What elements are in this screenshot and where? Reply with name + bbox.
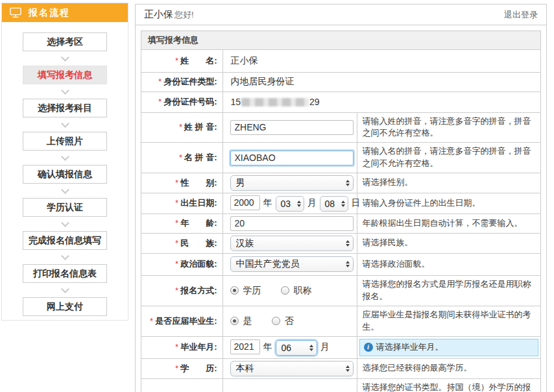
form-table: *姓 名: 正小保 *身份证件类型: 内地居民身份证 *身份证件号码: 1529… [141,50,540,392]
id-number-prefix: 15 [231,97,241,107]
section-title: 填写报考信息 [141,31,540,50]
registration-method-hint: 请选择您的报名方式是用学历报名还是用职称报名。 [357,275,540,306]
surname-pinyin-hint: 请输入姓的拼音，请注意多音字的拼音，拼音之间不允许有空格。 [357,112,540,143]
id-number-masked [241,98,309,106]
year-unit: 年 [263,341,272,352]
required-marker: * [175,259,178,269]
sidebar: 报名流程 选择考区 填写报考信息 选择报考科目 上传照片 确认填报信息 学历认证… [1,3,128,321]
education-level-hint: 选择您已经获得的最高学历。 [357,358,540,378]
given-pinyin-hint: 请输入名的拼音，请注意多音字的拼音，拼音之间不允许有空格。 [357,143,540,173]
row-graduation-date: *毕业年月: 年06月 i 请选择毕业年月。 [141,336,540,358]
step-upload-photo[interactable]: 上传照片 [23,132,107,151]
chevron-down-icon [61,186,69,194]
logout-link[interactable]: 退出登录 [504,9,538,21]
radio-icon[interactable] [230,317,239,325]
select-stepper-icon [346,365,350,372]
month-unit: 月 [307,197,317,208]
id-number-value: 1529 [223,92,540,112]
required-marker: * [175,238,178,248]
row-age: *年 龄: 年龄根据出生日期自动计算，不需要输入。 [141,214,540,233]
step-finish-fill[interactable]: 完成报名信息填写 [23,231,107,250]
radio-option-title[interactable]: 职称 [281,285,312,297]
registration-method-label: *报名方式: [141,275,223,306]
birth-year-input[interactable] [230,195,260,210]
select-stepper-icon [341,201,345,207]
name-value: 正小保 [223,50,540,72]
given-pinyin-input[interactable] [230,151,354,165]
ethnicity-hint: 请选择民族。 [357,233,540,253]
chevron-down-icon [61,86,69,95]
step-print-form[interactable]: 打印报名信息表 [23,264,107,283]
political-status-select[interactable]: 中国共产党党员 [230,256,354,272]
age-label: *年 龄: [141,214,223,233]
row-surname-pinyin: *姓 拼 音: 请输入姓的拼音，请注意多音字的拼音，拼音之间不允许有空格。 [141,112,540,143]
political-status-hint: 请选择政治面貌。 [357,253,540,275]
required-marker: * [175,178,178,188]
chevron-down-icon [61,53,69,62]
step-education-verify[interactable]: 学历认证 [23,198,107,217]
row-name: *姓 名: 正小保 [141,50,540,72]
page: 报名流程 选择考区 填写报考信息 选择报考科目 上传照片 确认填报信息 学历认证… [0,0,554,392]
required-marker: * [175,56,178,66]
id-number-suffix: 29 [309,97,320,107]
graduation-year-input[interactable] [230,339,260,354]
month-unit: 月 [320,341,330,352]
ethnicity-label: *民 族: [141,233,223,253]
radio-option-yes[interactable]: 是 [230,315,252,327]
gender-select[interactable]: 男 [230,175,354,191]
radio-icon[interactable] [281,286,289,295]
select-stepper-icon [346,240,350,247]
select-stepper-icon [309,345,313,351]
step-select-exam-area[interactable]: 选择考区 [23,32,107,51]
birth-month-select[interactable]: 03 [276,196,304,212]
graduation-month-select[interactable]: 06 [276,340,317,356]
radio-option-no[interactable]: 否 [272,315,294,327]
select-stepper-icon [346,261,350,267]
step-confirm-info[interactable]: 确认填报信息 [23,165,107,184]
select-stepper-icon [297,201,301,207]
radio-icon[interactable] [230,286,239,295]
row-certificate-type: 请选择您的证书类型。持国（境）外学历的报名人员（含港澳台居民居住证持有人）请选择… [141,378,540,392]
info-icon: i [364,343,373,352]
panel-header: 正小保您好! 退出登录 [136,5,546,25]
surname-pinyin-input[interactable] [230,120,354,135]
sidebar-header: 报名流程 [2,3,128,22]
greeting-text: 您好! [175,10,194,19]
row-ethnicity: *民 族: 汉族 请选择民族。 [141,233,540,253]
chevron-down-icon [61,219,69,227]
step-online-pay[interactable]: 网上支付 [23,297,107,316]
birth-date-label: *出生日期: [141,193,223,214]
id-type-value: 内地居民身份证 [223,72,540,92]
age-hint: 年龄根据出生日期自动计算，不需要输入。 [357,214,540,233]
radio-option-education[interactable]: 学历 [230,285,261,297]
required-marker: * [179,122,182,132]
row-id-number: *身份证件号码: 1529 [141,92,540,112]
row-id-type: *身份证件类型: 内地居民身份证 [141,72,540,92]
username: 正小保 [144,8,173,19]
given-pinyin-label: *名 拼 音: [141,143,223,173]
step-select-subjects[interactable]: 选择报考科目 [23,99,107,117]
main-panel: 正小保您好! 退出登录 填写报考信息 *姓 名: 正小保 *身份证件类型: 内地… [135,4,547,392]
required-marker: * [175,198,178,208]
education-level-select[interactable]: 本科 [230,361,354,376]
required-marker: * [175,342,178,352]
age-input[interactable] [230,216,354,231]
id-number-label: *身份证件号码: [141,92,223,112]
chevron-down-icon [61,119,69,128]
row-gender: *性 别: 男 请选择性别。 [141,173,540,193]
row-political-status: *政治面貌: 中国共产党党员 请选择政治面貌。 [141,253,540,275]
step-fill-info[interactable]: 填写报考信息 [23,66,107,84]
select-stepper-icon [346,180,350,186]
row-registration-method: *报名方式: 学历 职称 请选择您的报名方式是用学历报名还是用职称报名。 [141,275,540,306]
row-birth-date: *出生日期: 年03月08日 请输入身份证件上的出生日期。 [141,193,540,214]
graduation-date-hint: 请选择毕业年月。 [376,341,444,354]
year-unit: 年 [263,197,272,208]
required-marker: * [175,363,178,373]
gender-label: *性 别: [141,173,223,193]
radio-icon[interactable] [272,317,280,325]
birth-date-hint: 请输入身份证件上的出生日期。 [357,193,540,214]
chevron-down-icon [61,285,69,293]
birth-day-select[interactable]: 08 [320,196,348,212]
ethnicity-select[interactable]: 汉族 [230,236,354,251]
form-box: 填写报考信息 *姓 名: 正小保 *身份证件类型: 内地居民身份证 *身份证件号… [141,31,541,392]
